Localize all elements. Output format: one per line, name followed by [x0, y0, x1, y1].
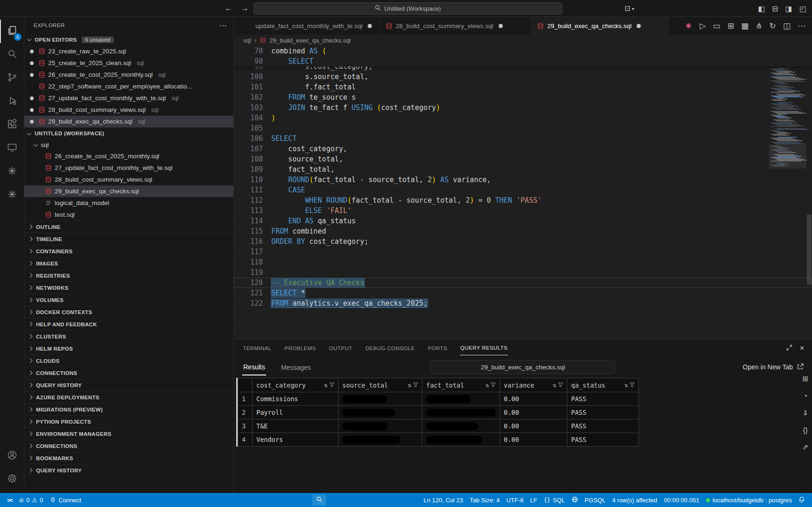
filter-icon[interactable]: [329, 382, 334, 389]
column-header[interactable]: cost_category⇅: [253, 378, 339, 392]
sort-icon[interactable]: ⇅: [553, 382, 556, 389]
open-in-new-tab-button[interactable]: Open in New Tab: [743, 363, 804, 371]
table-row[interactable]: 2Payroll0.00PASS: [238, 406, 639, 419]
sort-icon[interactable]: ⇅: [408, 382, 411, 389]
search-status-item[interactable]: [312, 494, 326, 506]
activity-settings[interactable]: [0, 468, 24, 491]
more-actions-icon[interactable]: ⋯: [219, 21, 227, 30]
sidebar-section-docker-contexts-7[interactable]: DOCKER CONTEXTS: [24, 306, 233, 318]
save-json-icon[interactable]: {}: [803, 426, 808, 434]
sidebar-section-outline-0[interactable]: OUTLINE: [24, 220, 233, 233]
save-csv-icon[interactable]: ⇓: [802, 409, 808, 417]
activity-extensions[interactable]: [0, 113, 24, 137]
sort-icon[interactable]: ⇅: [624, 382, 628, 389]
file-tree-item[interactable]: 26_create_te_cost_2025_monthly.sql: [24, 150, 233, 162]
filter-icon[interactable]: [491, 382, 496, 389]
sidebar-section-clusters-9[interactable]: CLUSTERS: [24, 330, 233, 342]
sidebar-section-connections-12[interactable]: CONNECTIONS: [24, 367, 233, 379]
chart-icon[interactable]: ◔: [803, 392, 807, 400]
filter-icon[interactable]: [558, 382, 563, 389]
editor-scrollbar[interactable]: [806, 46, 812, 339]
table-cell[interactable]: [422, 406, 500, 419]
table-row[interactable]: 1Commissions0.00PASS: [238, 392, 639, 406]
workspace-header[interactable]: UNTITLED (WORKSPACE): [24, 127, 233, 139]
rows-affected[interactable]: 4 row(s) affected: [609, 493, 661, 507]
problems-status[interactable]: ⊘0⚠0: [15, 493, 46, 507]
save-excel-icon[interactable]: ⇗: [802, 443, 808, 451]
command-center-search[interactable]: Untitled (Workspace): [254, 2, 562, 15]
sidebar-section-clouds-11[interactable]: CLOUDS: [24, 354, 233, 367]
split-editor-icon[interactable]: ◫: [783, 21, 790, 31]
results-view-tab-messages[interactable]: Messages: [280, 359, 312, 375]
feedback-icon[interactable]: ▭: [713, 21, 720, 31]
table-cell[interactable]: PASS: [567, 433, 639, 447]
table-cell[interactable]: [339, 392, 422, 406]
modified-dot[interactable]: [368, 24, 372, 28]
column-header[interactable]: qa_status⇅: [567, 378, 639, 392]
nav-forward-icon[interactable]: →: [241, 4, 249, 13]
editor-tab[interactable]: 28_build_cost_summary_views.sql: [380, 17, 531, 35]
results-view-tab-results[interactable]: Results: [242, 359, 266, 375]
minimap[interactable]: [771, 50, 805, 167]
table-cell[interactable]: T&E: [253, 419, 339, 433]
open-snapshot-icon[interactable]: ⊞: [802, 375, 808, 383]
open-editors-header[interactable]: OPEN EDITORS 6 unsaved: [24, 34, 233, 45]
sidebar-section-query-history-13[interactable]: QUERY HISTORY: [24, 379, 233, 391]
open-table-icon[interactable]: ▦: [741, 21, 748, 31]
panel-tab-output[interactable]: OUTPUT: [328, 341, 353, 355]
customize-layout-icon[interactable]: ◰: [799, 4, 806, 13]
sidebar-section-containers-2[interactable]: CONTAINERS: [24, 245, 233, 257]
activity-run-debug[interactable]: [0, 90, 24, 113]
remote-indicator[interactable]: ><: [4, 493, 15, 507]
sidebar-section-azure-deployments-14[interactable]: AZURE DEPLOYMENTS: [24, 391, 233, 403]
sidebar-section-images-3[interactable]: IMAGES: [24, 257, 233, 269]
more-actions-icon[interactable]: ⋯: [798, 21, 805, 31]
language-status[interactable]: [568, 493, 581, 507]
table-cell[interactable]: [339, 433, 422, 447]
code-editor[interactable]: 99 s.cost_category,100 s.source_total,10…: [234, 46, 812, 339]
sort-icon[interactable]: ⇅: [486, 382, 489, 389]
file-tree-item[interactable]: 27_update_fact_cost_monthly_with_te.sql: [24, 162, 233, 174]
close-panel-icon[interactable]: ×: [800, 344, 805, 353]
open-editor-item[interactable]: 27_update_fact_cost_monthly_with_te.sqls…: [24, 92, 233, 104]
table-cell[interactable]: 0.00: [500, 433, 567, 447]
chevron-down-icon[interactable]: ▾: [632, 6, 634, 11]
pgsql-logo-icon[interactable]: [684, 22, 693, 30]
open-editor-item[interactable]: 26_create_te_cost_2025_monthly.sqlsql: [24, 69, 233, 81]
open-editor-item[interactable]: 23_create_raw_te_2025.sql: [24, 45, 233, 57]
sidebar-section-helm-repos-10[interactable]: HELM REPOS: [24, 342, 233, 354]
sidebar-section-timeline-1[interactable]: TIMELINE: [24, 233, 233, 245]
filter-icon[interactable]: [630, 382, 635, 389]
open-editor-item[interactable]: 29_build_exec_qa_checks.sqlsql: [24, 116, 233, 127]
table-cell[interactable]: 0.00: [500, 419, 567, 433]
panel-tab-ports[interactable]: PORTS: [428, 341, 448, 355]
activity-explorer[interactable]: 6: [0, 20, 24, 43]
table-cell[interactable]: [422, 433, 500, 447]
table-cell[interactable]: PASS: [567, 392, 639, 406]
table-cell[interactable]: Payroll: [253, 406, 339, 419]
activity-source-control[interactable]: [0, 66, 24, 90]
run-query-icon[interactable]: ▷: [700, 21, 706, 31]
table-cell[interactable]: PASS: [567, 406, 639, 419]
table-row[interactable]: 4Vendors0.00PASS: [238, 433, 639, 447]
panel-tab-terminal[interactable]: TERMINAL: [242, 341, 272, 355]
toggle-primary-sidebar-icon[interactable]: ◧: [758, 4, 765, 13]
sidebar-section-networks-5[interactable]: NETWORKS: [24, 281, 233, 294]
query-time[interactable]: 00:00:00.051: [660, 493, 703, 507]
sidebar-section-migrations-preview--15[interactable]: MIGRATIONS (PREVIEW): [24, 403, 233, 415]
sidebar-section-python-projects-16[interactable]: PYTHON PROJECTS: [24, 415, 233, 427]
maximize-panel-icon[interactable]: [786, 345, 792, 352]
open-editor-item[interactable]: 28_build_cost_summary_views.sqlsql: [24, 104, 233, 116]
column-header[interactable]: fact_total⇅: [422, 378, 500, 392]
new-grid-icon[interactable]: ⊞: [727, 21, 734, 31]
sidebar-section-help-and-feedback-8[interactable]: HELP AND FEEDBACK: [24, 318, 233, 330]
sidebar-section-environment-managers-17[interactable]: ENVIRONMENT MANAGERS: [24, 427, 233, 440]
indentation[interactable]: Tab Size: 4: [466, 493, 503, 507]
table-cell[interactable]: 0.00: [500, 406, 567, 419]
table-cell[interactable]: [422, 419, 500, 433]
folder-sql[interactable]: sql: [24, 139, 233, 150]
pgsql-status[interactable]: PGSQL: [581, 493, 609, 507]
connection-icon[interactable]: ⋔: [755, 21, 762, 31]
cursor-position[interactable]: Ln 120, Col 23: [420, 493, 466, 507]
table-cell[interactable]: [339, 406, 422, 419]
